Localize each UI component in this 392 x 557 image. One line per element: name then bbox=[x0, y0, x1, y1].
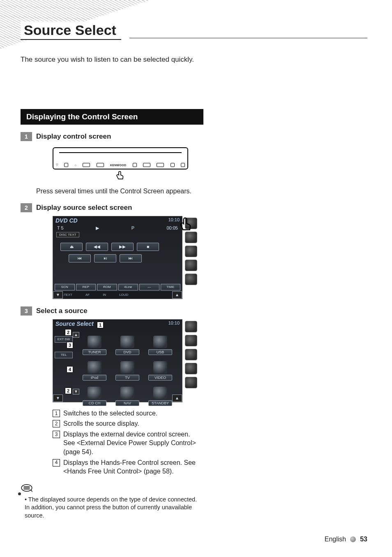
tel-button[interactable]: TEL bbox=[55, 352, 73, 358]
callout-2-bottom: 2 bbox=[65, 388, 71, 394]
scroll-up-button[interactable]: ▲ bbox=[73, 332, 79, 338]
touch-icon bbox=[115, 170, 126, 183]
step3-title: Select a source bbox=[36, 307, 203, 315]
side-shortcut[interactable] bbox=[185, 335, 197, 346]
prev-track-button[interactable]: ⏮ bbox=[69, 254, 91, 262]
step2-title: Display source select screen bbox=[36, 204, 203, 212]
side-shortcut[interactable] bbox=[185, 260, 197, 271]
footer-bullet-icon bbox=[350, 536, 356, 542]
source-tuner[interactable]: TUNER bbox=[82, 332, 107, 355]
screen-title: DVD CD bbox=[55, 217, 78, 224]
title-underline bbox=[129, 38, 367, 38]
step1-text: Press several times until the Control Sc… bbox=[36, 187, 203, 196]
play-pause-button[interactable]: ⏯ bbox=[94, 254, 116, 262]
control-screen: DVD CD 10:10 T 5 ▶ P 00:05 DISC TEXT ⏏ bbox=[53, 216, 182, 299]
source-video[interactable]: VIDEO bbox=[148, 357, 173, 381]
footer-button[interactable]: — bbox=[139, 284, 159, 290]
page-up-button[interactable]: ▲ bbox=[172, 291, 182, 299]
side-shortcut[interactable] bbox=[185, 321, 197, 332]
disc-text-button[interactable]: DISC TEXT bbox=[56, 232, 79, 237]
source-usb[interactable]: USB bbox=[148, 332, 173, 355]
callout-2-top: 2 bbox=[65, 329, 71, 336]
source-standby[interactable]: STANDBY bbox=[148, 383, 173, 406]
play-icon: ▶ bbox=[96, 225, 99, 231]
callout-1: 1 bbox=[97, 322, 104, 328]
side-shortcut[interactable] bbox=[185, 232, 197, 243]
page-title: Source Select bbox=[21, 21, 121, 40]
footer-language: English bbox=[325, 536, 346, 543]
subbar-item: IN bbox=[103, 293, 106, 297]
side-shortcut[interactable] bbox=[185, 246, 197, 257]
footer-button[interactable]: REP bbox=[76, 284, 96, 290]
legend-index: 1 bbox=[53, 410, 60, 417]
screen-clock: 10:10 bbox=[168, 320, 180, 325]
next-track-button[interactable]: ⏭ bbox=[120, 254, 142, 262]
elapsed-time: 00:05 bbox=[166, 225, 178, 231]
source-ipod[interactable]: iPod bbox=[82, 357, 107, 381]
footer-button[interactable]: TIME bbox=[161, 284, 181, 290]
intro-text: The source you wish to listen to can be … bbox=[21, 56, 367, 64]
legend-index: 2 bbox=[53, 420, 60, 427]
callout-4: 4 bbox=[67, 366, 73, 373]
page-down-button[interactable]: ▼ bbox=[53, 395, 63, 402]
side-shortcut[interactable] bbox=[185, 274, 197, 285]
source-nav[interactable]: NAV bbox=[115, 383, 140, 406]
source-select-screen: Source Select 10:10 EXT SW TEL ▲ ▼ TUNER… bbox=[53, 319, 182, 402]
subbar-item: AF bbox=[85, 293, 90, 297]
step-number-1: 1 bbox=[21, 132, 32, 141]
play-state: P bbox=[131, 225, 134, 231]
source-dvd[interactable]: DVD bbox=[115, 332, 140, 355]
fast-forward-button[interactable]: ▶▶ bbox=[111, 243, 134, 251]
touch-icon bbox=[178, 216, 194, 233]
step1-title: Display control screen bbox=[36, 132, 203, 141]
legend-index: 3 bbox=[53, 431, 60, 438]
source-tv[interactable]: TV bbox=[115, 357, 140, 381]
section-heading: Displaying the Control Screen bbox=[21, 109, 203, 125]
legend-list: 1Switches to the selected source. 2Scrol… bbox=[53, 409, 203, 476]
side-shortcut[interactable] bbox=[185, 377, 197, 388]
side-panel bbox=[182, 319, 200, 402]
side-shortcut[interactable] bbox=[185, 349, 197, 360]
screen-title: Source Select bbox=[55, 320, 94, 327]
footer-button[interactable]: 4Line bbox=[118, 284, 138, 290]
subbar-item: LOUD bbox=[119, 293, 128, 297]
page-down-button[interactable]: ▼ bbox=[53, 291, 63, 299]
legend-text: Switches to the selected source. bbox=[63, 409, 203, 418]
page-up-button[interactable]: ▲ bbox=[172, 395, 182, 402]
legend-text: Scrolls the source display. bbox=[63, 419, 203, 428]
footer-button[interactable]: ROM bbox=[97, 284, 117, 290]
faceplate-brand: KENWOOD bbox=[110, 164, 126, 167]
footer-button[interactable]: SCN bbox=[55, 284, 75, 290]
footer-page-number: 53 bbox=[360, 536, 367, 543]
legend-text: Displays the external device control scr… bbox=[63, 430, 203, 457]
note-text: The displayed source depends on the type… bbox=[25, 496, 203, 520]
eject-button[interactable]: ⏏ bbox=[60, 243, 83, 251]
track-label: T 5 bbox=[57, 225, 64, 231]
stop-button[interactable]: ■ bbox=[137, 243, 159, 251]
faceplate-diagram: ▽ ○ KENWOOD bbox=[53, 147, 188, 183]
note-icon bbox=[21, 483, 203, 494]
step-number-3: 3 bbox=[21, 306, 32, 316]
callout-3: 3 bbox=[67, 342, 73, 348]
side-shortcut[interactable] bbox=[185, 363, 197, 374]
scroll-down-button[interactable]: ▼ bbox=[73, 389, 79, 395]
rewind-button[interactable]: ◀◀ bbox=[86, 243, 108, 251]
legend-index: 4 bbox=[53, 459, 60, 466]
source-cdch[interactable]: CD CH bbox=[82, 383, 107, 406]
step-number-2: 2 bbox=[21, 203, 32, 212]
legend-text: Displays the Hands-Free Control screen. … bbox=[63, 458, 203, 476]
